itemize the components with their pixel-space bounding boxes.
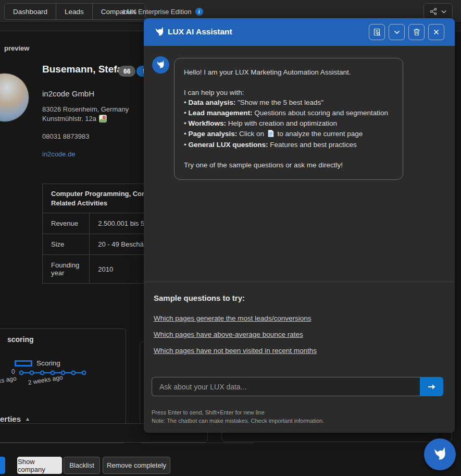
website-link[interactable]: in2code.de [42,150,76,158]
lead-photo [0,73,29,122]
edition-label: LUX Enterprise Edition [123,8,192,16]
lux-ai-assistant-panel: LUX AI Assistant Hello! I am your LUX Ma… [144,18,455,433]
sample-question-link[interactable]: Which pages have above-average bounce ra… [154,330,317,339]
capability-item: • Data analysis: "Show me the 5 best lea… [184,97,393,108]
analyze-page-button[interactable] [369,24,385,40]
chat-header: LUX AI Assistant [144,18,455,46]
show-company-button[interactable]: Show company [17,457,62,474]
greeting-text: Hello! I am your LUX Marketing Automatio… [184,67,393,78]
trash-icon [413,28,420,36]
enter-hint-text: Press Enter to send, Shift+Enter for new… [152,409,265,416]
capability-item: • Lead management: Questions about scori… [184,108,393,118]
send-arrow-icon [428,384,436,390]
row-label: Size [43,234,90,255]
primary-action-button-clipped[interactable] [0,457,5,474]
capability-item: • Workflows: Help with creation and opti… [184,118,393,129]
assistant-message-bubble: Hello! I am your LUX Marketing Automatio… [174,58,403,180]
share-button[interactable] [423,3,453,20]
clear-chat-button[interactable] [408,24,425,40]
table-row: Size20 - 49 Beschäftig [43,234,154,255]
chat-input-row [152,377,443,396]
chat-title: LUX AI Assistant [168,27,232,36]
map-icon[interactable] [99,115,107,123]
close-chat-button[interactable] [428,24,444,40]
sample-question-list: Which pages generate the most leads/conv… [154,314,317,356]
sample-questions-title: Sample questions to try: [154,294,245,302]
table-row: Revenue2.500.001 bis 5.00 [43,213,154,234]
assistant-launcher-button[interactable] [424,438,456,470]
blacklist-button[interactable]: Blacklist [64,457,100,474]
row-label: Founding year [43,255,90,284]
preview-section-label: preview [4,44,29,52]
collapse-triangle-icon: ▲ [25,416,30,422]
properties-section-header[interactable]: erties ▲ [0,414,30,423]
row-label: Revenue [43,213,90,234]
lux-fox-icon [432,447,448,462]
nav-tab-dashboard[interactable]: Dashboard [5,4,56,19]
table-header: Computer Programming, ConsuRelated Activ… [43,184,154,213]
nav-tab-leads[interactable]: Leads [56,4,93,19]
lead-name: Busemann, Stefan [42,64,129,75]
phone-number: 08031 8873983 [42,132,89,140]
chart-legend[interactable]: Scoring [15,359,60,367]
chat-divider [144,282,455,282]
legend-label: Scoring [36,359,60,367]
chat-input[interactable] [152,377,420,396]
share-icon [430,8,437,15]
info-icon[interactable]: i [195,8,203,16]
chevron-down-icon [441,10,446,14]
table-row: Founding year2010 [43,255,154,284]
company-name: in2code GmbH [42,89,94,98]
score-badge: 66 [118,66,135,77]
sample-question-link[interactable]: Which pages have not been visited in rec… [154,346,317,356]
sample-question-link[interactable]: Which pages generate the most leads/conv… [154,314,317,323]
collapse-chat-button[interactable] [389,24,405,40]
lux-fox-icon [154,27,165,38]
disclaimer-text: Note: The chatbot can make mistakes. Che… [152,418,324,424]
company-info-table: Computer Programming, ConsuRelated Activ… [42,184,154,284]
address-line2: Kunstmühlstr. 12a [42,115,107,123]
lux-fox-icon [156,60,166,70]
document-search-icon [373,28,381,36]
capability-item: • General LUX questions: Features and be… [184,140,393,150]
send-button[interactable] [420,377,443,396]
assistant-avatar [152,56,169,74]
close-icon [433,29,439,35]
capability-list: • Data analysis: "Show me the 5 best lea… [184,97,393,150]
intro-text: I can help you with: [184,88,393,98]
document-icon [268,130,274,140]
capability-item: • Page analysis: Click on to analyze the… [184,129,393,140]
chevron-down-icon [394,30,400,34]
scoring-card-title: scoring [7,335,34,344]
app-screen: DashboardLeadsCompanies LUX Enterprise E… [0,0,461,476]
outro-text: Try one of the sample questions or ask m… [184,160,393,170]
address-line1: 83026 Rosenheim, Germany [42,105,129,113]
legend-swatch [15,360,32,367]
remove-completely-button[interactable]: Remove completely [103,457,170,474]
x-tick-label-1: eks ago [0,375,17,385]
